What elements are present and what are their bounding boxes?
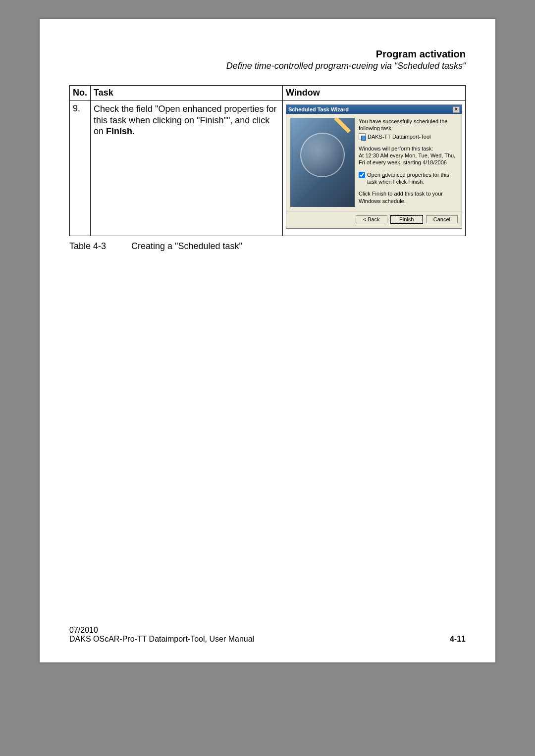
back-button[interactable]: < Back [356, 215, 387, 223]
open-advanced-checkbox[interactable] [359, 172, 365, 178]
table-caption: Table 4-3 Creating a "Scheduled task" [69, 241, 466, 252]
step-task: Check the field "Open enhanced propertie… [91, 101, 283, 236]
caption-label: Table 4-3 [69, 241, 129, 252]
wizard-body: You have successfully scheduled the foll… [286, 114, 462, 211]
clock-icon [300, 133, 345, 177]
task-text: Check the field "Open enhanced propertie… [94, 104, 277, 136]
pencil-icon [334, 118, 351, 133]
wizard-buttons: < Back Finish Cancel [286, 211, 462, 228]
footer-date: 07/2010 [69, 626, 254, 635]
col-task-header: Task [91, 86, 283, 101]
task-post: . [132, 126, 135, 136]
scheduled-task-wizard: Scheduled Task Wizard × You have success… [286, 104, 462, 229]
open-advanced-label: Open advanced properties for this task w… [367, 171, 458, 186]
success-line: You have successfully scheduled the foll… [359, 118, 458, 132]
finish-button[interactable]: Finish [391, 215, 423, 223]
caption-text: Creating a "Scheduled task" [131, 241, 242, 251]
manual-page: Program activation Define time-controlle… [40, 19, 495, 662]
footer-doc: DAKS OScAR-Pro-TT Dataimport-Tool, User … [69, 635, 254, 644]
step-window: Scheduled Task Wizard × You have success… [283, 101, 466, 236]
task-bold: Finish [106, 126, 132, 136]
footer-page: 4-11 [450, 635, 466, 644]
col-window-header: Window [283, 86, 466, 101]
page-subtitle: Define time-controlled program-cueing vi… [69, 61, 466, 71]
wizard-content: You have successfully scheduled the foll… [359, 118, 458, 207]
cancel-button[interactable]: Cancel [426, 215, 458, 223]
step-number: 9. [70, 101, 91, 236]
wizard-title: Scheduled Task Wizard [288, 106, 349, 112]
page-footer: 07/2010 DAKS OScAR-Pro-TT Dataimport-Too… [69, 626, 466, 644]
task-icon [359, 133, 366, 140]
finish-hint-line: Click Finish to add this task to your Wi… [359, 190, 458, 204]
col-no-header: No. [70, 86, 91, 101]
schedule-line: At 12:30 AM every Mon, Tue, Wed, Thu, Fr… [359, 152, 458, 166]
footer-left: 07/2010 DAKS OScAR-Pro-TT Dataimport-Too… [69, 626, 254, 644]
perform-line: Windows will perform this task: [359, 145, 458, 152]
task-name-line: DAKS-TT Dataimport-Tool [359, 133, 458, 140]
wizard-titlebar: Scheduled Task Wizard × [286, 105, 462, 114]
steps-table: No. Task Window 9. Check the field "Open… [69, 85, 466, 236]
task-name: DAKS-TT Dataimport-Tool [368, 133, 431, 140]
open-advanced-row: Open advanced properties for this task w… [359, 171, 458, 186]
table-header-row: No. Task Window [70, 86, 466, 101]
page-header: Program activation Define time-controlle… [69, 49, 466, 71]
close-icon[interactable]: × [453, 106, 460, 113]
table-row: 9. Check the field "Open enhanced proper… [70, 101, 466, 236]
wizard-side-image [290, 118, 355, 207]
page-title: Program activation [69, 49, 466, 60]
